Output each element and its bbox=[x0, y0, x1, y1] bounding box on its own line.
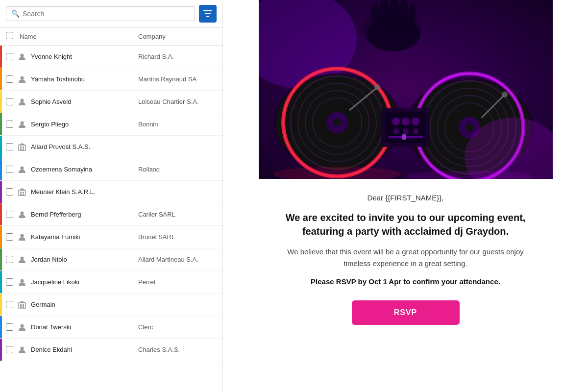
svg-point-63 bbox=[412, 118, 419, 125]
contact-row: Ozoemena SomayinaRolland bbox=[0, 158, 222, 181]
person-icon bbox=[17, 322, 27, 332]
svg-point-38 bbox=[367, 17, 420, 51]
row-checkbox[interactable] bbox=[6, 211, 13, 218]
svg-point-20 bbox=[21, 256, 24, 260]
contact-row: Meunier Klein S.A.R.L. bbox=[0, 181, 222, 203]
svg-rect-8 bbox=[20, 147, 22, 148]
building-icon bbox=[17, 187, 27, 197]
row-color-indicator bbox=[0, 91, 2, 113]
contact-row: Yvonne KnightRichard S.A. bbox=[0, 46, 222, 68]
contact-name: Meunier Klein S.A.R.L. bbox=[31, 188, 138, 196]
svg-point-64 bbox=[393, 128, 399, 134]
svg-rect-7 bbox=[19, 145, 25, 150]
row-checkbox[interactable] bbox=[6, 256, 13, 263]
row-color-indicator bbox=[0, 136, 2, 158]
person-icon bbox=[17, 74, 27, 84]
person-icon bbox=[17, 165, 27, 174]
svg-rect-9 bbox=[23, 147, 24, 148]
contact-name: Sergio Pliego bbox=[31, 121, 138, 128]
svg-rect-17 bbox=[23, 194, 24, 196]
select-all-checkbox[interactable] bbox=[6, 32, 13, 39]
contact-company: Clerc bbox=[138, 323, 217, 331]
contact-row: Bernd PfefferbergCarlier SARL bbox=[0, 203, 222, 226]
row-color-indicator bbox=[0, 294, 2, 316]
contact-row: Katayama FumikiBrunel SARL bbox=[0, 226, 222, 248]
contact-name: Allard Pruvost S.A.S. bbox=[31, 143, 138, 150]
row-color-indicator bbox=[0, 248, 2, 270]
person-icon bbox=[17, 232, 27, 242]
search-input[interactable] bbox=[23, 10, 190, 18]
contact-name: Donat Twerski bbox=[31, 323, 138, 331]
building-icon bbox=[17, 142, 27, 152]
contact-company: Carlier SARL bbox=[138, 211, 217, 218]
svg-point-27 bbox=[21, 324, 24, 327]
svg-rect-2 bbox=[206, 16, 209, 17]
col-name-header: Name bbox=[20, 33, 138, 40]
email-greeting: Dear {{FIRST_NAME}}, bbox=[278, 194, 533, 202]
contact-name: Ozoemena Somayina bbox=[31, 166, 138, 173]
contact-name: Jacqueline Likoki bbox=[31, 278, 138, 286]
row-color-indicator bbox=[0, 158, 2, 180]
svg-point-28 bbox=[21, 346, 24, 350]
email-preview-panel: Dear {{FIRST_NAME}}, We are excited to i… bbox=[223, 0, 588, 392]
person-icon bbox=[17, 277, 27, 287]
svg-point-18 bbox=[21, 211, 24, 215]
row-checkbox[interactable] bbox=[6, 278, 13, 286]
filter-icon bbox=[203, 10, 212, 17]
contact-company: Brunel SARL bbox=[138, 233, 217, 241]
search-bar: 🔍 bbox=[0, 0, 222, 28]
svg-point-19 bbox=[21, 234, 24, 237]
svg-rect-13 bbox=[19, 190, 25, 196]
svg-rect-26 bbox=[23, 306, 24, 308]
contacts-panel: 🔍 Name Company Yvonne KnightRichard S.A.… bbox=[0, 0, 223, 392]
row-checkbox[interactable] bbox=[6, 233, 13, 241]
contact-company: Loiseau Chartier S.A. bbox=[138, 98, 217, 105]
row-checkbox[interactable] bbox=[6, 346, 13, 353]
row-color-indicator bbox=[0, 316, 2, 338]
contact-row: Allard Pruvost S.A.S. bbox=[0, 136, 222, 158]
row-checkbox[interactable] bbox=[6, 53, 13, 60]
contact-row: Yamaha ToshinobuMartins Raynaud SA bbox=[0, 68, 222, 91]
row-checkbox[interactable] bbox=[6, 98, 13, 105]
row-checkbox[interactable] bbox=[6, 75, 13, 83]
contact-company: Martins Raynaud SA bbox=[138, 75, 217, 83]
svg-rect-16 bbox=[20, 194, 22, 196]
svg-rect-22 bbox=[19, 303, 25, 308]
contacts-list: Yvonne KnightRichard S.A.Yamaha Toshinob… bbox=[0, 46, 222, 392]
svg-point-58 bbox=[466, 123, 473, 131]
row-color-indicator bbox=[0, 113, 2, 135]
row-checkbox[interactable] bbox=[6, 166, 13, 173]
contact-name: Yvonne Knight bbox=[31, 53, 138, 60]
svg-point-6 bbox=[21, 121, 24, 124]
svg-rect-14 bbox=[20, 192, 22, 193]
row-color-indicator bbox=[0, 68, 2, 90]
email-headline: We are excited to invite you to our upco… bbox=[278, 211, 533, 238]
row-checkbox[interactable] bbox=[6, 143, 13, 150]
contact-row: Sergio PliegoBonnin bbox=[0, 113, 222, 136]
search-icon: 🔍 bbox=[11, 10, 20, 18]
row-checkbox[interactable] bbox=[6, 323, 13, 331]
svg-rect-25 bbox=[20, 306, 22, 308]
contact-row: Sophie AsveldLoiseau Chartier S.A. bbox=[0, 91, 222, 113]
person-icon bbox=[17, 120, 27, 129]
contact-company: Rolland bbox=[138, 166, 217, 173]
contact-row: Donat TwerskiClerc bbox=[0, 316, 222, 339]
search-input-wrapper[interactable]: 🔍 bbox=[6, 6, 195, 21]
row-checkbox[interactable] bbox=[6, 301, 13, 308]
contact-name: Denice Ekdahl bbox=[31, 346, 138, 353]
dj-image bbox=[259, 0, 553, 179]
email-body: Dear {{FIRST_NAME}}, We are excited to i… bbox=[259, 179, 553, 340]
building-icon bbox=[17, 300, 27, 310]
row-checkbox[interactable] bbox=[6, 188, 13, 196]
contact-company: Charles S.A.S. bbox=[138, 346, 217, 353]
svg-point-5 bbox=[21, 98, 24, 102]
svg-rect-0 bbox=[203, 10, 212, 11]
filter-button[interactable] bbox=[199, 5, 217, 23]
svg-rect-1 bbox=[205, 13, 211, 14]
rsvp-button[interactable]: RSVP bbox=[352, 300, 460, 325]
email-deadline: Please RSVP by Oct 1 Apr to confirm your… bbox=[278, 277, 533, 286]
svg-point-62 bbox=[402, 118, 410, 125]
row-color-indicator bbox=[0, 181, 2, 203]
svg-rect-24 bbox=[23, 304, 24, 306]
row-checkbox[interactable] bbox=[6, 121, 13, 128]
